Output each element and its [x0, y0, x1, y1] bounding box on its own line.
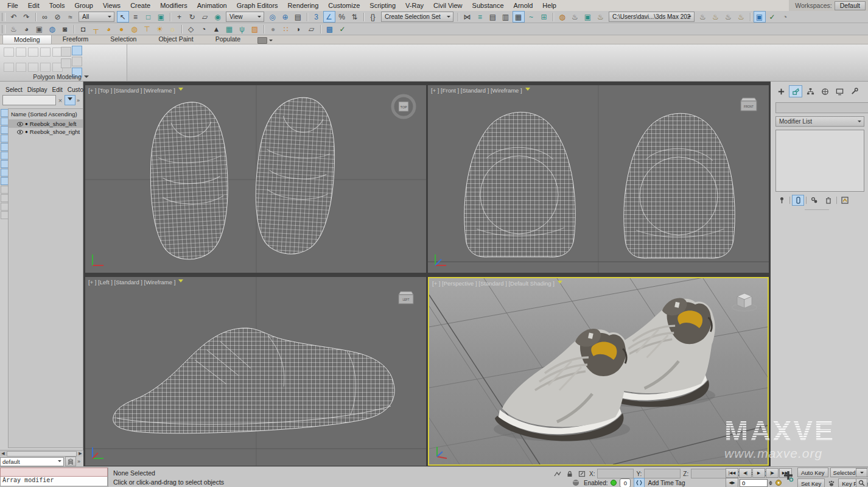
zoom-tool-button[interactable] — [856, 478, 867, 487]
ribbon-tab[interactable]: Populate — [205, 35, 251, 44]
viewport-filter-funnel-icon[interactable] — [178, 88, 183, 93]
select-and-scale-icon[interactable]: ▱ — [199, 11, 211, 23]
ribbon-config-dropdown[interactable] — [257, 37, 273, 44]
utilities-tab[interactable] — [847, 85, 861, 97]
vray-page-icon[interactable]: ▱ — [306, 23, 318, 35]
scroll-left-icon[interactable]: ◀ — [0, 451, 6, 456]
vray-frame-buffer-icon[interactable]: ▣ — [33, 23, 46, 35]
modify-tab[interactable] — [789, 85, 802, 97]
window-crossing-icon[interactable]: ▣ — [155, 11, 167, 23]
scene-object-row[interactable]: ● Reebok_shoe_right — [9, 128, 83, 136]
named-selection-sets-dropdown[interactable]: Create Selection Set — [381, 12, 453, 22]
render-production-icon[interactable]: ♨ — [595, 11, 607, 23]
object-name-field[interactable] — [775, 102, 868, 113]
nav-flyout-button[interactable] — [856, 468, 867, 477]
ribbon-tab[interactable]: Freeform — [52, 35, 100, 44]
remove-modifier-button[interactable] — [822, 195, 835, 206]
menu-item[interactable]: Substance — [467, 2, 509, 9]
visibility-eye-icon[interactable] — [17, 130, 23, 135]
sun-light-icon[interactable]: ☀ — [154, 23, 166, 35]
undo-icon[interactable]: ↶ — [8, 11, 20, 23]
top-viewport-canvas[interactable] — [85, 85, 426, 273]
display-tab[interactable] — [833, 85, 846, 97]
menu-item[interactable]: Group — [69, 2, 98, 9]
dome-light-icon[interactable]: ◕ — [103, 23, 115, 35]
viewport-filter-funnel-icon[interactable] — [178, 279, 183, 285]
vray-camera-icon[interactable]: ◙ — [59, 23, 71, 35]
macro-recorder-pane[interactable] — [0, 468, 108, 477]
explorer-search-input[interactable] — [2, 95, 56, 105]
schematic-view-icon[interactable]: ⊞ — [538, 11, 550, 23]
toolbar-drag-handle[interactable] — [2, 25, 5, 33]
add-time-tag[interactable]: Add Time Tag — [648, 480, 685, 486]
make-unique-button[interactable] — [808, 195, 821, 206]
ambient-light-icon[interactable]: ☼ — [167, 23, 179, 35]
vray-sphere-fade-icon[interactable]: ◔ — [198, 23, 210, 35]
viewport-left[interactable]: [+ ] [Left ] [Standard ] [Wireframe ] LE… — [85, 277, 426, 466]
scroll-right-icon[interactable]: ▶ — [77, 451, 83, 456]
viewport-label[interactable]: [+ ] [Left ] [Standard ] [Wireframe ] — [88, 279, 183, 286]
visibility-eye-icon[interactable] — [17, 122, 23, 127]
explorer-preset-dropdown[interactable]: default — [0, 457, 64, 466]
x-coordinate-field[interactable] — [597, 469, 634, 478]
angle-snap-toggle-icon[interactable]: ∠ — [323, 11, 335, 23]
next-modifier-button[interactable] — [61, 47, 71, 57]
menu-item[interactable]: Edit — [23, 2, 44, 9]
menu-item[interactable]: Graph Editors — [232, 2, 283, 9]
vray-fur-icon[interactable]: ψ — [236, 23, 248, 35]
menu-item[interactable]: Civil View — [429, 2, 467, 9]
select-and-manipulate-icon[interactable]: ⊕ — [279, 11, 292, 23]
viewport-top[interactable]: [+ ] [Top ] [Standard ] [Wireframe ] TOP — [85, 85, 426, 273]
previous-modifier-button[interactable] — [61, 58, 71, 68]
explorer-filter-button[interactable] — [65, 95, 75, 105]
key-mode-toggle-button[interactable]: ◀▶ — [726, 478, 738, 487]
viewport-label[interactable]: [+ ] [Perspective ] [Standard ] [Default… — [432, 280, 562, 287]
menu-item[interactable]: Tools — [44, 2, 70, 9]
viewport-filter-funnel-icon[interactable] — [558, 281, 562, 286]
vertex-mode-button[interactable] — [4, 47, 14, 57]
menu-item[interactable]: Arnold — [509, 2, 538, 9]
ribbon-tab[interactable]: Object Paint — [147, 35, 204, 44]
select-and-rotate-icon[interactable]: ↻ — [186, 11, 198, 23]
material-ball-icon[interactable]: ● — [267, 23, 279, 35]
bitmap-tool-icon[interactable]: ▩ — [324, 23, 336, 35]
explorer-menu-item[interactable]: Display — [26, 86, 49, 93]
z-coordinate-field[interactable] — [691, 469, 727, 478]
menu-item[interactable]: Modifiers — [155, 2, 192, 9]
physical-camera-icon[interactable]: ◘ — [77, 23, 89, 35]
percent-snap-toggle-icon[interactable]: % — [336, 11, 348, 23]
viewport-front[interactable]: [+ ] [Front ] [Standard ] [Wireframe ] F… — [428, 85, 769, 273]
left-viewport-canvas[interactable] — [85, 277, 426, 466]
vray-plane-icon[interactable]: ▲ — [211, 23, 223, 35]
explorer-menu-item[interactable]: Edit — [51, 86, 65, 93]
ies-light-icon[interactable]: ⊤ — [141, 23, 153, 35]
menu-item[interactable]: V-Ray — [401, 2, 429, 9]
isolate-selection-toggle[interactable] — [553, 469, 562, 478]
ribbon-tab[interactable]: Selection — [99, 35, 147, 44]
multimatte-icon[interactable]: ∷ — [280, 23, 292, 35]
viewport-filter-funnel-icon[interactable] — [525, 88, 530, 93]
vray-clipper-icon[interactable]: ▦ — [223, 23, 236, 35]
listener-pane[interactable]: Array modifier — [0, 477, 108, 486]
workspace-selector[interactable]: Default — [835, 1, 866, 10]
explorer-overflow-chevron[interactable]: » — [77, 97, 80, 103]
absolute-offset-mode-toggle[interactable] — [577, 469, 587, 478]
view-gizmo-front[interactable]: FRONT — [738, 96, 759, 116]
selection-filter-dropdown[interactable]: All — [79, 12, 114, 22]
menu-item[interactable]: Scripting — [365, 2, 401, 9]
viewport-perspective[interactable]: [+ ] [Perspective ] [Standard ] [Default… — [428, 277, 769, 466]
modifier-stack[interactable] — [775, 130, 864, 192]
render-flyout-node-icon[interactable]: ♨ — [723, 11, 735, 23]
view-gizmo-top[interactable]: TOP — [390, 93, 418, 122]
maxscript-toggle-button[interactable] — [634, 478, 645, 487]
preview-subobject-button[interactable] — [4, 63, 14, 72]
vray-proxy-icon[interactable]: ◇ — [185, 23, 197, 35]
vray-lightbulb-icon[interactable]: ◍ — [46, 23, 58, 35]
auto-key-button[interactable]: Auto Key — [797, 468, 828, 477]
explorer-menu-item[interactable]: Select — [4, 86, 24, 93]
welcome-screen-icon[interactable] — [571, 478, 581, 487]
isolate-selection-button[interactable] — [72, 57, 82, 66]
project-folder-dropdown[interactable]: C:\Users\davi...\3ds Max 202 — [609, 12, 695, 22]
pin-stack-button[interactable] — [40, 63, 51, 72]
toggle-scene-explorer-icon[interactable]: ▤ — [487, 11, 499, 23]
